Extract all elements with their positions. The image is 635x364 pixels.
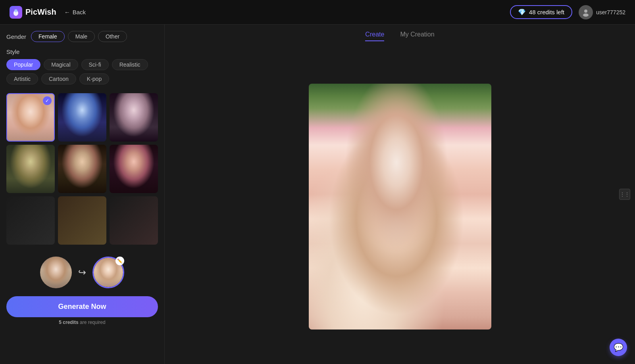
avatar [579, 5, 593, 19]
credits-button[interactable]: 💎 48 credits left [510, 5, 572, 19]
header-right: 💎 48 credits left user777252 [510, 5, 625, 19]
style-section: Style Popular Magical Sci-fi Realistic A… [6, 48, 158, 88]
chat-icon: 💬 [614, 343, 623, 352]
grid-image-9[interactable] [110, 196, 158, 245]
username: user777252 [596, 9, 625, 15]
credits-count: 5 credits [59, 320, 78, 325]
gender-buttons: Female Male Other [31, 31, 127, 42]
grid-image-6[interactable] [110, 145, 158, 193]
tab-my-creation[interactable]: My Creation [400, 31, 434, 41]
header: PicWish ← Back 💎 48 credits left user777… [0, 0, 635, 25]
logo-icon [10, 6, 22, 19]
credits-required-note: 5 credits are required [6, 320, 158, 325]
selected-checkmark: ✓ [43, 96, 52, 105]
grid-image-7[interactable] [6, 196, 55, 245]
grid-image-5[interactable] [58, 145, 106, 193]
collapse-icon: ⋮⋮ [620, 192, 629, 197]
diamond-icon: 💎 [518, 8, 526, 16]
edit-icon[interactable]: ✏️ [115, 257, 124, 265]
main-layout: Gender Female Male Other Style Popular M… [0, 25, 635, 364]
main-photo-inner [309, 84, 491, 330]
tab-create[interactable]: Create [365, 31, 384, 41]
style-label: Style [6, 48, 158, 55]
logo: PicWish [10, 6, 56, 19]
right-panel: Create My Creation ⋮⋮ [165, 25, 635, 364]
grid-image-4[interactable] [6, 145, 55, 193]
left-panel: Gender Female Male Other Style Popular M… [0, 25, 165, 364]
style-kpop-button[interactable]: K-pop [79, 73, 109, 84]
back-label: Back [73, 9, 86, 15]
arrow-icon: ↩ [78, 267, 86, 278]
app-name: PicWish [25, 8, 56, 17]
gender-section: Gender Female Male Other [6, 31, 158, 42]
gender-other-button[interactable]: Other [98, 31, 127, 42]
style-artistic-button[interactable]: Artistic [6, 73, 38, 84]
style-scifi-button[interactable]: Sci-fi [81, 59, 109, 70]
main-photo [309, 84, 491, 330]
back-button[interactable]: ← Back [64, 9, 86, 15]
credits-label: 48 credits left [529, 9, 564, 15]
grid-image-2[interactable] [58, 93, 106, 142]
gender-label: Gender [6, 33, 26, 40]
style-tags-row2: Artistic Cartoon K-pop [6, 73, 158, 84]
main-image-area [165, 49, 635, 364]
back-arrow-icon: ← [64, 9, 70, 15]
style-tags-row1: Popular Magical Sci-fi Realistic [6, 59, 158, 70]
style-magical-button[interactable]: Magical [44, 59, 78, 70]
style-popular-button[interactable]: Popular [6, 59, 40, 70]
svg-point-1 [14, 9, 17, 12]
grid-image-3[interactable] [110, 93, 158, 142]
target-portrait-wrapper: ✏️ [92, 257, 124, 288]
grid-image-1[interactable]: ✓ [6, 93, 55, 142]
header-left: PicWish ← Back [10, 6, 86, 19]
portrait-preview: ↩ ✏️ [6, 250, 158, 291]
style-image-grid: ✓ [6, 93, 158, 245]
gender-female-button[interactable]: Female [31, 31, 65, 42]
style-cartoon-button[interactable]: Cartoon [41, 73, 76, 84]
collapse-button[interactable]: ⋮⋮ [619, 189, 630, 200]
chat-fab-button[interactable]: 💬 [610, 339, 627, 356]
source-portrait[interactable] [40, 257, 72, 288]
generate-button[interactable]: Generate Now [6, 296, 158, 317]
svg-point-2 [584, 10, 587, 13]
credits-required-text: are required [80, 320, 106, 325]
grid-image-8[interactable] [58, 196, 106, 245]
style-realistic-button[interactable]: Realistic [112, 59, 148, 70]
svg-point-3 [583, 13, 589, 17]
user-area[interactable]: user777252 [579, 5, 625, 19]
tabs-row: Create My Creation [365, 25, 434, 43]
gender-male-button[interactable]: Male [68, 31, 95, 42]
